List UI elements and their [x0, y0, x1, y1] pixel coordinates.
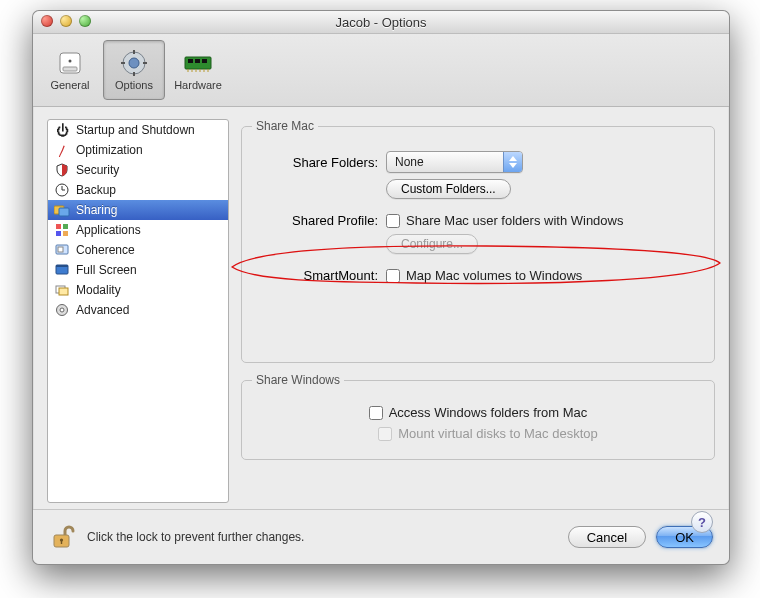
pulse-icon: 〳 — [54, 142, 70, 158]
content-area: ⏻ Startup and Shutdown 〳 Optimization Se… — [33, 107, 729, 564]
sidebar-item-label: Sharing — [76, 203, 117, 217]
sidebar-item-modality[interactable]: Modality — [48, 280, 228, 300]
titlebar[interactable]: Jacob - Options — [33, 11, 729, 34]
options-icon — [119, 49, 149, 77]
shield-icon — [54, 162, 70, 178]
smartmount-checkbox[interactable] — [386, 269, 400, 283]
access-windows-checkbox-container[interactable]: Access Windows folders from Mac — [369, 405, 588, 420]
sidebar-item-optimization[interactable]: 〳 Optimization — [48, 140, 228, 160]
sidebar-item-coherence[interactable]: Coherence — [48, 240, 228, 260]
sidebar-item-label: Security — [76, 163, 119, 177]
cancel-label: Cancel — [587, 530, 627, 545]
configure-label: Configure... — [401, 237, 463, 251]
smartmount-label: SmartMount: — [252, 268, 386, 283]
svg-point-4 — [129, 58, 139, 68]
modality-icon — [54, 282, 70, 298]
power-icon: ⏻ — [54, 122, 70, 138]
svg-rect-6 — [133, 72, 135, 76]
sidebar-item-sharing[interactable]: Sharing — [48, 200, 228, 220]
svg-rect-26 — [56, 231, 61, 236]
shared-profile-checkbox-container[interactable]: Share Mac user folders with Windows — [386, 213, 623, 228]
cancel-button[interactable]: Cancel — [568, 526, 646, 548]
share-mac-legend: Share Mac — [252, 119, 318, 133]
share-windows-legend: Share Windows — [252, 373, 344, 387]
ok-label: OK — [675, 530, 694, 545]
custom-folders-button[interactable]: Custom Folders... — [386, 179, 511, 199]
mount-virtual-disks-checkbox-label: Mount virtual disks to Mac desktop — [398, 426, 597, 441]
svg-rect-2 — [63, 67, 77, 71]
main-pane: Share Mac Share Folders: None — [241, 119, 715, 503]
options-window: Jacob - Options General Options Hardware — [32, 10, 730, 565]
share-folders-label: Share Folders: — [252, 155, 386, 170]
unlock-icon — [50, 524, 76, 550]
svg-rect-31 — [56, 265, 68, 267]
dropdown-arrows-icon — [503, 152, 522, 172]
custom-folders-label: Custom Folders... — [401, 182, 496, 196]
clock-icon — [54, 182, 70, 198]
minimize-icon[interactable] — [60, 15, 72, 27]
sidebar-item-label: Full Screen — [76, 263, 137, 277]
svg-marker-37 — [509, 163, 517, 168]
svg-rect-25 — [63, 224, 68, 229]
lock-message: Click the lock to prevent further change… — [87, 530, 558, 544]
sidebar-item-label: Applications — [76, 223, 141, 237]
share-folders-value: None — [395, 155, 424, 169]
svg-point-1 — [69, 60, 72, 63]
svg-rect-8 — [143, 62, 147, 64]
access-windows-checkbox-label: Access Windows folders from Mac — [389, 405, 588, 420]
svg-rect-5 — [133, 50, 135, 54]
access-windows-checkbox[interactable] — [369, 406, 383, 420]
toolbar-options[interactable]: Options — [103, 40, 165, 100]
mount-virtual-disks-checkbox-container: Mount virtual disks to Mac desktop — [378, 426, 597, 441]
smartmount-checkbox-container[interactable]: Map Mac volumes to Windows — [386, 268, 582, 283]
close-icon[interactable] — [41, 15, 53, 27]
sidebar-item-label: Coherence — [76, 243, 135, 257]
toolbar: General Options Hardware — [33, 34, 729, 107]
svg-rect-29 — [58, 247, 63, 252]
help-button[interactable]: ? — [691, 511, 713, 533]
lock-button[interactable] — [49, 523, 77, 551]
share-folders-select[interactable]: None — [386, 151, 523, 173]
svg-rect-11 — [195, 59, 200, 63]
toolbar-general-label: General — [50, 79, 89, 91]
toolbar-options-label: Options — [115, 79, 153, 91]
share-mac-group: Share Mac Share Folders: None — [241, 119, 715, 363]
sidebar-item-backup[interactable]: Backup — [48, 180, 228, 200]
svg-rect-23 — [59, 208, 69, 216]
sidebar: ⏻ Startup and Shutdown 〳 Optimization Se… — [47, 119, 229, 503]
general-icon — [55, 49, 85, 77]
svg-rect-40 — [61, 540, 62, 544]
svg-marker-36 — [509, 156, 517, 161]
coherence-icon — [54, 242, 70, 258]
zoom-icon[interactable] — [79, 15, 91, 27]
hardware-icon — [183, 49, 213, 77]
svg-rect-33 — [59, 288, 68, 295]
fullscreen-icon — [54, 262, 70, 278]
share-windows-group: Share Windows Access Windows folders fro… — [241, 373, 715, 460]
sidebar-item-security[interactable]: Security — [48, 160, 228, 180]
footer: Click the lock to prevent further change… — [33, 509, 729, 564]
mount-virtual-disks-checkbox — [378, 427, 392, 441]
sidebar-item-startup[interactable]: ⏻ Startup and Shutdown — [48, 120, 228, 140]
shared-profile-label: Shared Profile: — [252, 213, 386, 228]
shared-profile-checkbox-label: Share Mac user folders with Windows — [406, 213, 623, 228]
svg-point-35 — [60, 308, 64, 312]
shared-profile-checkbox[interactable] — [386, 214, 400, 228]
svg-rect-12 — [202, 59, 207, 63]
toolbar-hardware[interactable]: Hardware — [167, 40, 229, 100]
folders-icon — [54, 202, 70, 218]
sidebar-item-label: Advanced — [76, 303, 129, 317]
toolbar-hardware-label: Hardware — [174, 79, 222, 91]
configure-button: Configure... — [386, 234, 478, 254]
sidebar-item-advanced[interactable]: Advanced — [48, 300, 228, 320]
sidebar-item-applications[interactable]: Applications — [48, 220, 228, 240]
window-title: Jacob - Options — [335, 15, 426, 30]
svg-rect-27 — [63, 231, 68, 236]
svg-rect-10 — [188, 59, 193, 63]
sidebar-item-label: Startup and Shutdown — [76, 123, 195, 137]
sidebar-item-label: Modality — [76, 283, 121, 297]
toolbar-general[interactable]: General — [39, 40, 101, 100]
sidebar-item-label: Backup — [76, 183, 116, 197]
help-icon: ? — [698, 515, 706, 530]
sidebar-item-fullscreen[interactable]: Full Screen — [48, 260, 228, 280]
